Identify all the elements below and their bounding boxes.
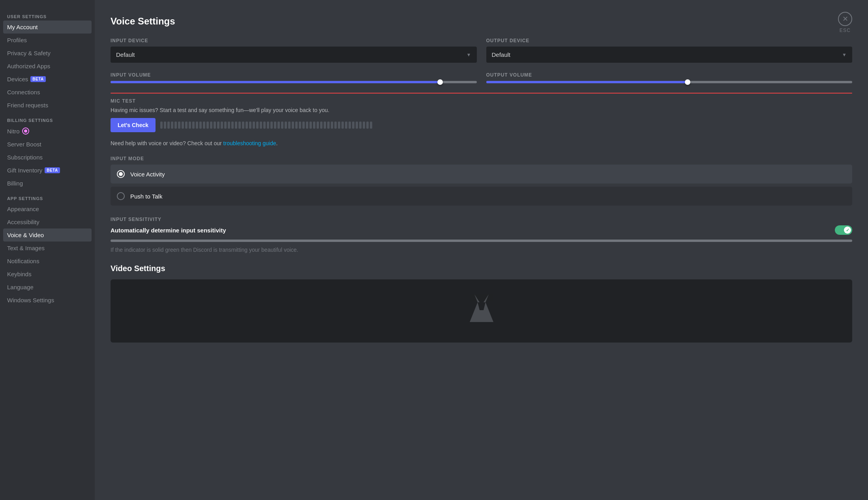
push-to-talk-label: Push to Talk <box>130 193 162 200</box>
sidebar-item-keybinds[interactable]: Keybinds <box>3 268 92 281</box>
mic-bar <box>345 122 347 129</box>
mic-bar <box>196 122 198 129</box>
sidebar-item-accessibility[interactable]: Accessibility <box>3 215 92 228</box>
sidebar-item-label: Gift Inventory <box>7 167 42 174</box>
sidebar: User Settings My Account Profiles Privac… <box>0 0 95 500</box>
input-volume-thumb <box>437 79 443 85</box>
sensitivity-slider[interactable] <box>111 240 852 242</box>
mic-bar <box>238 122 241 129</box>
input-sensitivity-section: Input Sensitivity Automatically determin… <box>111 217 852 253</box>
auto-sensitivity-toggle[interactable]: ✓ <box>835 225 852 235</box>
toggle-check-icon: ✓ <box>846 228 849 233</box>
sidebar-item-friend-requests[interactable]: Friend requests <box>3 99 92 112</box>
output-device-select-wrapper: Default ▼ <box>486 47 853 63</box>
mic-bar <box>174 122 177 129</box>
volume-row: Input Volume Output Volume <box>111 72 852 83</box>
mic-bar <box>292 122 294 129</box>
sidebar-item-language[interactable]: Language <box>3 281 92 294</box>
mic-bar <box>338 122 340 129</box>
svg-marker-4 <box>484 294 489 302</box>
mic-bar <box>274 122 276 129</box>
push-to-talk-option[interactable]: Push to Talk <box>111 187 852 206</box>
push-to-talk-radio <box>117 192 125 200</box>
lets-check-button[interactable]: Let's Check <box>111 118 156 132</box>
mic-bar <box>206 122 209 129</box>
sidebar-item-label: Privacy & Safety <box>7 50 51 56</box>
mic-bar <box>167 122 170 129</box>
voice-activity-option[interactable]: Voice Activity <box>111 165 852 184</box>
sidebar-item-windows-settings[interactable]: Windows Settings <box>3 294 92 307</box>
page-title: Voice Settings <box>111 16 852 27</box>
mic-bar <box>324 122 326 129</box>
mic-bar <box>249 122 251 129</box>
sidebar-item-label: Accessibility <box>7 219 39 225</box>
mic-bar <box>189 122 191 129</box>
sidebar-item-notifications[interactable]: Notifications <box>3 255 92 268</box>
sidebar-item-label: Voice & Video <box>7 232 44 238</box>
output-volume-thumb <box>685 79 690 85</box>
sidebar-item-nitro[interactable]: Nitro <box>3 124 92 138</box>
mic-bar <box>217 122 219 129</box>
mic-bar <box>171 122 173 129</box>
mic-bar <box>349 122 351 129</box>
mic-bar <box>221 122 223 129</box>
toggle-knob: ✓ <box>844 227 851 234</box>
sidebar-item-my-account[interactable]: My Account <box>3 21 92 34</box>
svg-marker-2 <box>470 302 493 322</box>
sidebar-item-label: Server Boost <box>7 141 41 148</box>
mic-bar <box>299 122 301 129</box>
mic-bar <box>302 122 305 129</box>
mic-bar <box>160 122 163 129</box>
video-settings-section: Video Settings <box>111 264 852 343</box>
mic-bar <box>370 122 372 129</box>
mic-bar <box>267 122 269 129</box>
input-mode-label: Input Mode <box>111 156 852 161</box>
sidebar-item-gift-inventory[interactable]: Gift Inventory BETA <box>3 164 92 177</box>
output-device-label: Output Device <box>486 38 853 43</box>
mic-bar <box>270 122 273 129</box>
voice-activity-radio <box>117 170 125 178</box>
esc-button[interactable]: ✕ ESC <box>838 12 852 33</box>
troubleshoot-link[interactable]: troubleshooting guide <box>223 140 276 146</box>
troubleshoot-text: Need help with voice or video? Check out… <box>111 140 852 146</box>
sidebar-item-text-images[interactable]: Text & Images <box>3 242 92 255</box>
sidebar-item-connections[interactable]: Connections <box>3 86 92 99</box>
sidebar-item-label: Billing <box>7 180 23 187</box>
input-volume-slider[interactable] <box>111 81 477 83</box>
sidebar-item-appearance[interactable]: Appearance <box>3 202 92 215</box>
sidebar-item-subscriptions[interactable]: Subscriptions <box>3 151 92 164</box>
mic-test-label: Mic Test <box>111 98 852 104</box>
sidebar-item-billing[interactable]: Billing <box>3 177 92 190</box>
sidebar-item-profiles[interactable]: Profiles <box>3 34 92 47</box>
sidebar-item-label: Appearance <box>7 206 39 212</box>
mic-bar <box>334 122 337 129</box>
sidebar-item-authorized-apps[interactable]: Authorized Apps <box>3 60 92 73</box>
sidebar-item-voice-video[interactable]: Voice & Video <box>3 228 92 242</box>
video-settings-title: Video Settings <box>111 264 852 273</box>
auto-sensitivity-label: Automatically determine input sensitivit… <box>111 227 226 234</box>
output-device-select[interactable]: Default <box>486 47 853 63</box>
mic-bar <box>182 122 184 129</box>
input-volume-group: Input Volume <box>111 72 477 83</box>
mic-bar <box>185 122 187 129</box>
input-volume-fill <box>111 81 440 83</box>
svg-point-1 <box>24 129 27 133</box>
output-volume-slider[interactable] <box>486 81 853 83</box>
mic-bar <box>306 122 308 129</box>
sidebar-item-server-boost[interactable]: Server Boost <box>3 138 92 151</box>
input-device-group: Input Device Default ▼ <box>111 38 477 63</box>
sidebar-item-privacy-safety[interactable]: Privacy & Safety <box>3 47 92 60</box>
mic-bar <box>210 122 212 129</box>
input-sensitivity-section-label: Input Sensitivity <box>111 217 852 222</box>
device-row: Input Device Default ▼ Output Device Def… <box>111 38 852 63</box>
input-device-select[interactable]: Default <box>111 47 477 63</box>
sidebar-item-label: My Account <box>7 24 38 30</box>
voice-activity-label: Voice Activity <box>130 171 165 178</box>
sidebar-item-devices[interactable]: Devices BETA <box>3 73 92 86</box>
mic-bar <box>285 122 287 129</box>
output-volume-fill <box>486 81 688 83</box>
mic-bar <box>327 122 330 129</box>
sidebar-item-label: Devices <box>7 76 28 82</box>
mic-bar <box>366 122 369 129</box>
esc-circle-icon: ✕ <box>838 12 852 26</box>
